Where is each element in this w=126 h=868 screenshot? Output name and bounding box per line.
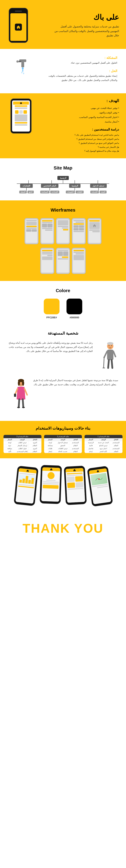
problem-block: المشكلة : الحلول على أفضل المهنيين المتخ… <box>42 56 117 65</box>
sitemap-section: Site Map الرئيسية تسجيل الدخول <box>0 158 126 200</box>
sm-sub-g: الدفع <box>27 191 34 193</box>
sm-node-notif: الإشعارات <box>20 184 33 188</box>
wf-phone-2 <box>72 218 86 244</box>
uc-col-headers-2: الفاعل الوصف المسار <box>44 438 82 441</box>
uc-header-1: حالة الاستخدام 1 <box>84 435 123 438</box>
sm-branch-1: تسجيل الدخول البحث الخدمات <box>90 184 107 193</box>
solution-block: الحل : إنشاء تطبيق مختلفة والحصول على خد… <box>42 69 117 82</box>
solution-label: الحل : <box>42 69 117 73</box>
svg-point-7 <box>21 72 22 73</box>
study-list: ما هي حاجة الناس لبدء استخدام التطبيق عل… <box>40 133 119 153</box>
goal-section: الهدف : توفير عملاء للبحث عن مهني. توفير… <box>0 93 126 158</box>
sm-sub-h: السجل <box>19 191 27 193</box>
goal-item-3: اختيار الخدمة المناسبة والمهني المناسب. <box>40 115 119 120</box>
phone-mockup <box>9 8 28 43</box>
persona-1-illustration <box>96 341 119 373</box>
sm-sub-a: البحث <box>100 191 106 193</box>
svg-point-6 <box>22 70 23 72</box>
svg-line-14 <box>104 358 104 368</box>
persona-1-desc: رجل لديه 51 سنة يعيش مع زوجته وأطفاله حا… <box>7 341 93 353</box>
color-swatch-yellow: #FFC20E <box>44 299 59 319</box>
sm-branch-4: الإشعارات الدفع السجل <box>19 184 34 193</box>
hero-text: على باك تطبيق من خدمات منزلية مختلفة وال… <box>30 13 119 38</box>
swatch-box-yellow <box>44 299 59 314</box>
goal-title: الهدف : <box>40 98 119 103</box>
study-item-4: هل الأسعار غير مناسبة ؟ <box>40 145 119 149</box>
uc-col-headers-3: الفاعل الوصف المسار <box>3 438 42 441</box>
app-icon <box>15 24 22 31</box>
uc-col-0-1: الوصف <box>97 438 110 441</box>
app-title: على باك <box>30 13 119 22</box>
thankyou-section: THANK YOU <box>0 511 126 546</box>
goal-item-2: توفير الوقت والجهد. <box>40 111 119 115</box>
wireframes-row-2 <box>3 248 123 274</box>
uc-row-1-3: النظام تأكيد الحجز إتمام <box>84 450 123 453</box>
uc-row-1-1: النظام عرض النتائج قائمة <box>84 444 123 447</box>
uc-row-1-2: المستخدم اختيار مزود تفاصيل <box>84 447 123 450</box>
svg-rect-26 <box>14 394 16 397</box>
goal-list: توفير عملاء للبحث عن مهني. توفير الوقت و… <box>40 106 119 124</box>
problem-title-text: المشكلة : <box>104 56 117 60</box>
persona-2-desc: سيدة يبلغ 30 سنة مزدوجة تشبها لطفل تعمل … <box>33 378 119 386</box>
svg-point-4 <box>17 61 18 62</box>
old-man-icon <box>101 341 119 372</box>
svg-line-16 <box>108 360 109 368</box>
wf-phone-4 <box>40 218 54 244</box>
app-tagline: تطبيق من خدمات منزلية مختلفة والحصول على… <box>52 24 119 38</box>
svg-line-13 <box>114 351 116 356</box>
wf-phone-1 <box>87 218 101 244</box>
goal-item-1: توفير عملاء للبحث عن مهني. <box>40 106 119 111</box>
goal-phone-device <box>10 98 31 133</box>
color-swatch-black: #000000 <box>67 299 82 319</box>
problem-text: الحلول على أفضل المهنيين المتخصصين دون ع… <box>42 61 117 65</box>
uc-table-3: حالة الاستخدام 3 الفاعل الوصف المسار الم… <box>3 435 42 453</box>
svg-point-22 <box>18 380 20 386</box>
usecases-section: بناء حالات وسيناريوهات الاستخدام حالة ال… <box>0 421 126 458</box>
sm-sub-f: المساعدة <box>40 191 50 193</box>
persona-1-text: رجل لديه 51 سنة يعيش مع زوجته وأطفاله حا… <box>7 341 93 353</box>
phone-screen <box>10 13 26 41</box>
sm-node-login: تسجيل الدخول <box>90 184 107 188</box>
wf-phone-3 <box>56 218 70 244</box>
swatch-label-black: #000000 <box>70 316 79 319</box>
color-section: Colore #000000 #FFC20E <box>0 281 126 326</box>
ps-illustration <box>9 56 37 77</box>
study-item-3: ما هي العوائق التي تمنع من استخدام التطب… <box>40 141 119 145</box>
final-phone-3 <box>40 465 62 504</box>
wireframes-title: Wierframes <box>3 207 123 213</box>
faucet-icon <box>14 56 31 77</box>
final-phone-4 <box>14 466 39 506</box>
goal-text-area: الهدف : توفير عملاء للبحث عن مهني. توفير… <box>40 98 119 153</box>
sm-node-home: الرئيسية <box>69 184 80 188</box>
sitemap-title: Site Map <box>5 165 121 171</box>
uc-header-3: حالة الاستخدام 3 <box>3 435 42 438</box>
final-phones-section <box>0 458 126 511</box>
study-item-5: هل يوجد مكان ما لاستطيع الوصول إليه ؟ <box>40 149 119 153</box>
study-title: دراسة المستخدمين : <box>40 128 119 131</box>
sm-branch-3: الملف الشخصي الإعدادات المساعدة <box>40 184 59 193</box>
sm-root: الرئيسية <box>57 176 69 180</box>
personas-title: شخصية المستهدفة <box>7 331 119 336</box>
svg-point-23 <box>22 380 24 386</box>
persona-2-illustration <box>7 378 30 410</box>
goal-phone-screen <box>12 100 30 131</box>
sm-sub-c: الطلبات <box>76 191 84 193</box>
woman-icon <box>12 378 30 410</box>
swatch-box-black <box>67 299 82 314</box>
uc-col-0-0: الفاعل <box>110 438 123 441</box>
svg-rect-1 <box>21 62 24 67</box>
sitemap-wrapper: الرئيسية تسجيل الدخول البحث <box>5 176 121 193</box>
personas-section: شخصية المستهدفة <box>0 326 126 421</box>
solution-title-text: الحل : <box>109 69 117 73</box>
swatch-label-yellow: #FFC20E <box>46 316 57 319</box>
svg-point-18 <box>109 345 109 346</box>
svg-line-12 <box>104 351 107 358</box>
persona-2-text: سيدة يبلغ 30 سنة مزدوجة تشبها لطفل تعمل … <box>33 378 119 386</box>
goal-item-4: أسعار مناسبة. <box>40 120 119 124</box>
hero-section: على باك تطبيق من خدمات منزلية مختلفة وال… <box>0 0 126 49</box>
svg-rect-11 <box>107 350 114 360</box>
sm-sub-d: التقييمات <box>66 191 75 193</box>
uc-header-2: حالة الاستخدام 2 <box>44 435 82 438</box>
usecases-title: بناء حالات وسيناريوهات الاستخدام <box>3 426 123 431</box>
wireframes-section: Wierframes <box>0 200 126 281</box>
